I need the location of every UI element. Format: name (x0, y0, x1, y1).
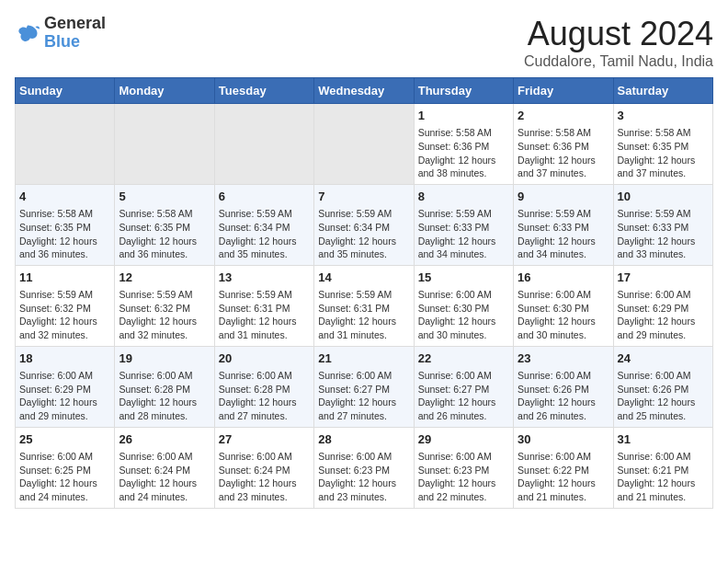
calendar-cell-21: 21Sunrise: 6:00 AMSunset: 6:27 PMDayligh… (314, 346, 414, 427)
cell-sun-info: Sunrise: 5:59 AMSunset: 6:31 PMDaylight:… (318, 288, 409, 342)
cell-sun-info: Sunrise: 6:00 AMSunset: 6:28 PMDaylight:… (219, 369, 310, 423)
calendar-cell-19: 19Sunrise: 6:00 AMSunset: 6:28 PMDayligh… (115, 346, 214, 427)
calendar-cell-28: 28Sunrise: 6:00 AMSunset: 6:23 PMDayligh… (314, 427, 414, 508)
logo: General Blue (15, 15, 106, 52)
day-number: 25 (19, 431, 110, 448)
weekday-header-wednesday: Wednesday (314, 78, 414, 104)
calendar-cell-22: 22Sunrise: 6:00 AMSunset: 6:27 PMDayligh… (414, 346, 513, 427)
day-number: 8 (418, 189, 509, 205)
day-number: 16 (518, 270, 609, 286)
day-number: 19 (119, 350, 210, 367)
week-row-3: 11Sunrise: 5:59 AMSunset: 6:32 PMDayligh… (16, 265, 713, 346)
weekday-header-tuesday: Tuesday (214, 78, 313, 104)
weekday-header-sunday: Sunday (16, 78, 115, 104)
cell-sun-info: Sunrise: 5:59 AMSunset: 6:33 PMDaylight:… (618, 207, 709, 261)
cell-sun-info: Sunrise: 5:58 AMSunset: 6:35 PMDaylight:… (618, 126, 709, 180)
day-number: 7 (318, 189, 409, 205)
cell-sun-info: Sunrise: 5:58 AMSunset: 6:36 PMDaylight:… (518, 126, 609, 180)
cell-sun-info: Sunrise: 5:59 AMSunset: 6:32 PMDaylight:… (119, 288, 210, 342)
calendar-cell-13: 13Sunrise: 5:59 AMSunset: 6:31 PMDayligh… (214, 265, 313, 346)
day-number: 24 (618, 350, 709, 367)
calendar-cell-7: 7Sunrise: 5:59 AMSunset: 6:34 PMDaylight… (314, 184, 414, 265)
day-number: 10 (618, 189, 709, 205)
day-number: 21 (318, 350, 409, 367)
calendar-cell-4: 4Sunrise: 5:58 AMSunset: 6:35 PMDaylight… (16, 184, 115, 265)
logo-bird-icon (15, 20, 40, 46)
calendar-cell-3: 3Sunrise: 5:58 AMSunset: 6:35 PMDaylight… (613, 104, 712, 185)
weekday-header-thursday: Thursday (414, 78, 513, 104)
day-number: 26 (119, 431, 210, 448)
calendar-cell-15: 15Sunrise: 6:00 AMSunset: 6:30 PMDayligh… (414, 265, 513, 346)
cell-sun-info: Sunrise: 6:00 AMSunset: 6:24 PMDaylight:… (219, 450, 310, 504)
day-number: 4 (19, 189, 110, 205)
calendar-cell-17: 17Sunrise: 6:00 AMSunset: 6:29 PMDayligh… (613, 265, 712, 346)
calendar-cell-20: 20Sunrise: 6:00 AMSunset: 6:28 PMDayligh… (214, 346, 313, 427)
cell-sun-info: Sunrise: 6:00 AMSunset: 6:29 PMDaylight:… (19, 369, 110, 423)
day-number: 14 (318, 270, 409, 286)
day-number: 2 (518, 108, 609, 124)
day-number: 28 (318, 431, 409, 448)
cell-sun-info: Sunrise: 6:00 AMSunset: 6:26 PMDaylight:… (518, 369, 609, 423)
cell-sun-info: Sunrise: 5:58 AMSunset: 6:35 PMDaylight:… (119, 207, 210, 261)
cell-sun-info: Sunrise: 5:59 AMSunset: 6:31 PMDaylight:… (219, 288, 310, 342)
calendar-cell-16: 16Sunrise: 6:00 AMSunset: 6:30 PMDayligh… (514, 265, 613, 346)
calendar-cell-empty (214, 104, 313, 185)
day-number: 15 (418, 270, 509, 286)
day-number: 20 (219, 350, 310, 367)
cell-sun-info: Sunrise: 6:00 AMSunset: 6:23 PMDaylight:… (418, 450, 509, 504)
cell-sun-info: Sunrise: 5:59 AMSunset: 6:33 PMDaylight:… (518, 207, 609, 261)
day-number: 30 (518, 431, 609, 448)
cell-sun-info: Sunrise: 5:59 AMSunset: 6:33 PMDaylight:… (418, 207, 509, 261)
day-number: 3 (618, 108, 709, 124)
weekday-header-monday: Monday (115, 78, 214, 104)
day-number: 6 (219, 189, 310, 205)
cell-sun-info: Sunrise: 6:00 AMSunset: 6:25 PMDaylight:… (19, 450, 110, 504)
cell-sun-info: Sunrise: 6:00 AMSunset: 6:21 PMDaylight:… (618, 450, 709, 504)
calendar-cell-29: 29Sunrise: 6:00 AMSunset: 6:23 PMDayligh… (414, 427, 513, 508)
weekday-header-row: SundayMondayTuesdayWednesdayThursdayFrid… (16, 78, 713, 104)
calendar-cell-12: 12Sunrise: 5:59 AMSunset: 6:32 PMDayligh… (115, 265, 214, 346)
cell-sun-info: Sunrise: 6:00 AMSunset: 6:26 PMDaylight:… (618, 369, 709, 423)
cell-sun-info: Sunrise: 6:00 AMSunset: 6:29 PMDaylight:… (618, 288, 709, 342)
day-number: 27 (219, 431, 310, 448)
day-number: 18 (19, 350, 110, 367)
day-number: 23 (518, 350, 609, 367)
cell-sun-info: Sunrise: 6:00 AMSunset: 6:28 PMDaylight:… (119, 369, 210, 423)
day-number: 29 (418, 431, 509, 448)
day-number: 31 (618, 431, 709, 448)
calendar-table: SundayMondayTuesdayWednesdayThursdayFrid… (15, 77, 713, 509)
calendar-cell-11: 11Sunrise: 5:59 AMSunset: 6:32 PMDayligh… (16, 265, 115, 346)
calendar-cell-1: 1Sunrise: 5:58 AMSunset: 6:36 PMDaylight… (414, 104, 513, 185)
calendar-cell-31: 31Sunrise: 6:00 AMSunset: 6:21 PMDayligh… (613, 427, 712, 508)
week-row-1: 1Sunrise: 5:58 AMSunset: 6:36 PMDaylight… (16, 104, 713, 185)
calendar-cell-empty (314, 104, 414, 185)
calendar-cell-10: 10Sunrise: 5:59 AMSunset: 6:33 PMDayligh… (613, 184, 712, 265)
calendar-cell-24: 24Sunrise: 6:00 AMSunset: 6:26 PMDayligh… (613, 346, 712, 427)
cell-sun-info: Sunrise: 5:58 AMSunset: 6:36 PMDaylight:… (418, 126, 509, 180)
cell-sun-info: Sunrise: 6:00 AMSunset: 6:30 PMDaylight:… (418, 288, 509, 342)
calendar-cell-30: 30Sunrise: 6:00 AMSunset: 6:22 PMDayligh… (514, 427, 613, 508)
week-row-5: 25Sunrise: 6:00 AMSunset: 6:25 PMDayligh… (16, 427, 713, 508)
week-row-2: 4Sunrise: 5:58 AMSunset: 6:35 PMDaylight… (16, 184, 713, 265)
calendar-cell-14: 14Sunrise: 5:59 AMSunset: 6:31 PMDayligh… (314, 265, 414, 346)
calendar-cell-27: 27Sunrise: 6:00 AMSunset: 6:24 PMDayligh… (214, 427, 313, 508)
calendar-cell-18: 18Sunrise: 6:00 AMSunset: 6:29 PMDayligh… (16, 346, 115, 427)
day-number: 12 (119, 270, 210, 286)
cell-sun-info: Sunrise: 5:59 AMSunset: 6:34 PMDaylight:… (219, 207, 310, 261)
title-area: August 2024 Cuddalore, Tamil Nadu, India (524, 15, 713, 70)
weekday-header-friday: Friday (514, 78, 613, 104)
page-header: General Blue August 2024 Cuddalore, Tami… (15, 15, 713, 70)
calendar-cell-23: 23Sunrise: 6:00 AMSunset: 6:26 PMDayligh… (514, 346, 613, 427)
calendar-cell-25: 25Sunrise: 6:00 AMSunset: 6:25 PMDayligh… (16, 427, 115, 508)
cell-sun-info: Sunrise: 6:00 AMSunset: 6:30 PMDaylight:… (518, 288, 609, 342)
day-number: 22 (418, 350, 509, 367)
logo-blue: Blue (44, 33, 106, 52)
calendar-cell-8: 8Sunrise: 5:59 AMSunset: 6:33 PMDaylight… (414, 184, 513, 265)
day-number: 13 (219, 270, 310, 286)
weekday-header-saturday: Saturday (613, 78, 712, 104)
day-number: 11 (19, 270, 110, 286)
week-row-4: 18Sunrise: 6:00 AMSunset: 6:29 PMDayligh… (16, 346, 713, 427)
day-number: 17 (618, 270, 709, 286)
calendar-cell-5: 5Sunrise: 5:58 AMSunset: 6:35 PMDaylight… (115, 184, 214, 265)
cell-sun-info: Sunrise: 5:59 AMSunset: 6:32 PMDaylight:… (19, 288, 110, 342)
